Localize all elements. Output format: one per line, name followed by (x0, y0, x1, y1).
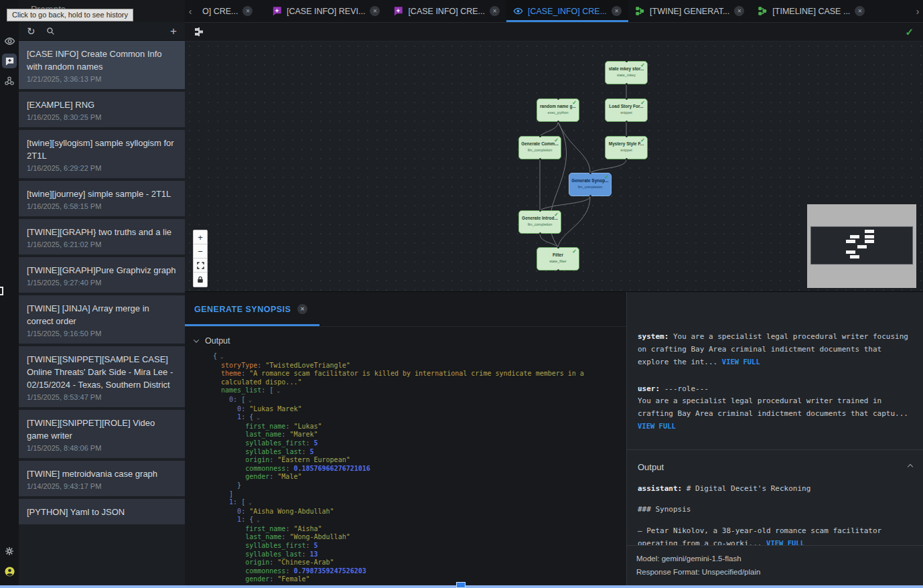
list-item[interactable]: [twine][syllogism] sample syllogism for … (19, 130, 185, 178)
list-item[interactable]: [TWINE] [JINJA] Array merge in correct o… (19, 295, 185, 344)
main-area: ‹ O] CRE...✕[CASE INFO] REVI...✕[CASE IN… (185, 0, 923, 588)
output-section-header[interactable]: Output (185, 327, 626, 346)
tab-scroll-right-icon[interactable]: › (912, 0, 923, 22)
close-icon[interactable]: ✕ (734, 6, 744, 16)
node-subtitle: llm_completion (519, 222, 561, 226)
json-line: commonness: 0.7987359247526203 (213, 567, 626, 576)
view-full-link[interactable]: VIEW FULL (722, 358, 760, 366)
check-icon: ✓ (554, 212, 559, 218)
node-subtitle: llm_completion (519, 148, 561, 152)
list-item-title: [EXAMPLE] RNG (27, 98, 177, 111)
graph-node[interactable]: Filterstate_filter✓ (537, 247, 579, 271)
tab-generate-synopsis[interactable]: GENERATE SYNOPSIS ✕ (185, 292, 320, 326)
list-item[interactable]: [TWINE] metroidvania case graph1/14/2025… (19, 461, 185, 496)
minimap-node (857, 245, 867, 248)
list-item[interactable]: [twine][journey] simple sample - 2T1L1/1… (19, 181, 185, 216)
json-line: ] (213, 490, 626, 499)
json-line: 0: [ ⌄ (213, 396, 626, 405)
list-item[interactable]: [PYTHON] Yaml to JSON (19, 499, 185, 524)
list-item-timestamp: 1/15/2025, 8:53:47 PM (27, 393, 177, 401)
user-icon[interactable] (2, 564, 17, 579)
list-item-title: [TWINE][SNIPPET][SAMPLE CASE] Online Thr… (27, 353, 177, 391)
tab[interactable]: [CASE_INFO] CRE...✕ (506, 0, 628, 22)
resize-handle[interactable] (0, 287, 3, 295)
close-icon[interactable]: ✕ (855, 6, 865, 16)
list-item[interactable]: [EXAMPLE] RNG1/16/2025, 8:30:25 PM (19, 92, 185, 127)
right-output-header[interactable]: Output (627, 450, 923, 472)
scrollbar-handle[interactable] (456, 582, 466, 588)
list-item[interactable]: [TWINE][GRAPH} two truths and a lie1/16/… (19, 219, 185, 254)
graph-node[interactable]: random name g...exec_python✓ (537, 98, 579, 122)
json-line: first_name: "Aisha" (213, 525, 626, 534)
tab-strip: O] CRE...✕[CASE INFO] REVI...✕[CASE INFO… (196, 0, 912, 22)
node-subtitle: snippet (606, 111, 647, 115)
tab[interactable]: [CASE INFO] CRE...✕ (386, 0, 506, 22)
fit-view-button[interactable] (194, 259, 207, 273)
list-item-timestamp: 1/15/2025, 8:48:06 PM (27, 444, 177, 452)
json-line: first_name: "Lukas" (213, 423, 626, 431)
list-item-title: [twine][journey] simple sample - 2T1L (27, 188, 177, 200)
minimap-viewport (810, 226, 913, 265)
close-icon[interactable]: ✕ (297, 304, 307, 314)
graph-canvas[interactable]: + − state mkey stor...state_mkey✓random … (185, 42, 923, 291)
list-item[interactable]: [CASE INFO] Create Common Info with rand… (19, 41, 185, 89)
json-line: 1: [ ⌄ (213, 498, 626, 508)
canvas-toolbar: ✓ (185, 23, 923, 42)
add-prompt-icon[interactable]: + (170, 25, 177, 37)
close-icon[interactable]: ✕ (242, 6, 253, 16)
node-subtitle: snippet (606, 148, 647, 152)
synopsis-heading: ### Synopsis (638, 504, 914, 516)
json-line: { ⌄ (213, 352, 626, 362)
graph-node[interactable]: state mkey stor...state_mkey✓ (605, 61, 648, 84)
tab-label: [CASE INFO] REVI... (287, 7, 365, 16)
tab[interactable]: [TWINE] GENERAT...✕ (628, 0, 751, 22)
webhook-icon[interactable] (2, 74, 17, 88)
chat-plus-icon[interactable] (2, 54, 17, 68)
graph-green-icon (758, 6, 768, 16)
lock-button[interactable] (194, 273, 207, 287)
json-line: storyType: "TwistedLoveTriangle" (213, 362, 626, 370)
system-label: system: (638, 332, 668, 341)
view-full-link[interactable]: VIEW FULL (638, 422, 676, 430)
graph-node[interactable]: Generate Comm...llm_completion✓ (518, 136, 561, 159)
refresh-icon[interactable]: ↻ (27, 26, 36, 36)
json-line: origin: "Eastern European" (213, 456, 626, 465)
tab[interactable]: [TIMELINE] CASE ...✕ (751, 0, 871, 22)
close-icon[interactable]: ✕ (612, 6, 622, 16)
list-item-timestamp: 1/16/2025, 8:30:25 PM (27, 113, 177, 121)
check-icon: ✓ (604, 174, 609, 180)
user-label: user: (638, 384, 660, 393)
tab[interactable]: O] CRE...✕ (196, 0, 265, 22)
search-icon[interactable] (46, 27, 55, 35)
list-item[interactable]: [TWINE][SNIPPET][ROLE] Video game writer… (19, 410, 185, 458)
list-item[interactable]: [TWINE][GRAPH]Pure Graphviz graph1/15/20… (19, 257, 185, 293)
graph-node[interactable]: Generate Introd...llm_completion✓ (518, 210, 561, 234)
zoom-out-button[interactable]: − (194, 244, 207, 259)
graph-node[interactable]: Mystery Style F...snippet✓ (605, 136, 648, 159)
minimap-node (865, 235, 874, 238)
json-line: syllables_last: 5 (213, 448, 626, 457)
eye-icon[interactable] (2, 33, 17, 48)
spacer (638, 495, 914, 504)
node-subtitle: state_mkey (606, 73, 647, 77)
canvas-controls: + − (193, 230, 208, 287)
tab[interactable]: [CASE INFO] REVI...✕ (265, 0, 386, 22)
json-line: theme: "A romance scam facilitator is ki… (213, 370, 626, 378)
graph-node[interactable]: Generate Synop...llm_completion✓ (569, 173, 612, 196)
json-line: syllables_last: 13 (213, 550, 626, 559)
gear-icon[interactable] (2, 544, 17, 559)
zoom-in-button[interactable]: + (194, 230, 207, 244)
list-item-title: [CASE INFO] Create Common Info with rand… (27, 48, 177, 73)
close-icon[interactable]: ✕ (370, 6, 380, 16)
graph-node[interactable]: Load Story For...snippet✓ (605, 98, 648, 122)
list-item[interactable]: [TWINE][SNIPPET][SAMPLE CASE] Online Thr… (19, 346, 185, 407)
list-item-timestamp: 1/14/2025, 9:43:17 PM (27, 482, 177, 490)
system-message: system: You are a specialist legal proce… (638, 331, 914, 369)
chevron-up-icon (908, 464, 913, 469)
auto-layout-icon[interactable] (194, 27, 204, 37)
chat-purple-icon (393, 6, 403, 16)
minimap[interactable] (807, 204, 916, 288)
close-icon[interactable]: ✕ (490, 6, 500, 16)
output-tab-row: GENERATE SYNOPSIS ✕ (185, 292, 626, 327)
tab-scroll-left-icon[interactable]: ‹ (185, 0, 196, 22)
